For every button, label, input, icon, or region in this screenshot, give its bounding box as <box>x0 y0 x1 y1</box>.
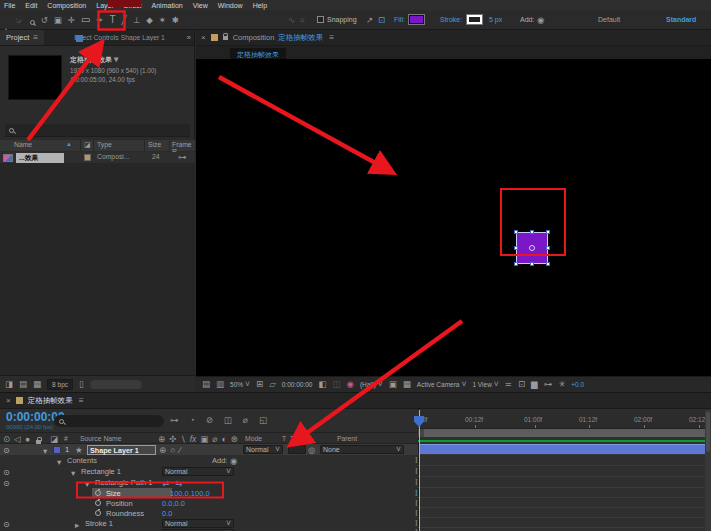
stroke-label[interactable]: Stroke: <box>440 16 462 23</box>
composition-panel-menu-icon[interactable]: ≡ <box>329 33 334 42</box>
eraser-tool-icon[interactable]: ◆ <box>146 16 153 25</box>
layer-mode-dropdown[interactable]: Normal ˅ <box>243 445 283 454</box>
snap-expand-icon[interactable]: ⊡ <box>378 16 385 25</box>
view-layout-dropdown[interactable]: 1 View ˅ <box>472 380 498 389</box>
timeline-panel-menu-icon[interactable]: ≡ <box>79 396 84 405</box>
menu-help[interactable]: Help <box>253 2 267 9</box>
workspace-standard-button[interactable]: Standard <box>666 16 696 23</box>
panel-menu-icon[interactable]: ≡ <box>33 33 38 42</box>
group-row-rectangle-1[interactable]: ⊙ ▾ Rectangle 1 Normal ˅ <box>0 466 418 477</box>
exposure-gear-icon[interactable]: ✳ <box>558 380 565 389</box>
grid-options-icon[interactable]: ⊞ <box>256 380 263 389</box>
menu-animation[interactable]: Animation <box>152 2 183 9</box>
time-ruler[interactable]: 0f 00:12f 01:00f 01:12f 02:00f 02:12f <box>418 410 711 429</box>
layer-row-shape-layer-1[interactable]: ⊙ ▾ 1 ★ Shape Layer 1 ⊕ ○ ∕ Normal ˅ ◎ N… <box>0 444 418 455</box>
parent-dropdown[interactable]: None ˅ <box>320 445 404 454</box>
item-label-swatch[interactable] <box>84 154 91 161</box>
timeline-tab-name[interactable]: 定格抽帧效果 <box>28 396 73 406</box>
group-row-rectangle-path-1[interactable]: ⊙ ▾ Rectangle Path 1 ⇄ ⇆ <box>0 477 418 488</box>
selection-handle[interactable] <box>546 262 550 266</box>
selection-handle[interactable] <box>530 230 534 234</box>
stamp-tool-icon[interactable]: ⊥ <box>133 16 140 25</box>
t-column[interactable]: T <box>282 435 286 442</box>
menu-effect[interactable]: Effect <box>124 2 142 9</box>
selection-handle[interactable] <box>530 262 534 266</box>
hide-shy-icon[interactable]: ⊘ <box>206 416 213 425</box>
item-flowchart-icon[interactable]: ⊶ <box>178 153 187 162</box>
menu-layer[interactable]: Layer <box>96 2 114 9</box>
rectangle-tool-icon[interactable]: ▭ <box>81 15 90 25</box>
comp-region-icon[interactable]: ⊡ <box>518 380 525 389</box>
roto-brush-tool-icon[interactable]: ✶ <box>159 16 166 25</box>
lock-icon[interactable] <box>223 36 228 40</box>
source-name-column[interactable]: Source Name <box>80 435 122 442</box>
selection-handle[interactable] <box>546 230 550 234</box>
rotate-tool-icon[interactable]: ↺ <box>41 16 48 25</box>
stroke-color-swatch[interactable] <box>467 15 482 24</box>
fill-label[interactable]: Fill: <box>394 16 405 23</box>
scrollbar-thumb[interactable] <box>706 412 710 452</box>
share-view-icon[interactable]: ≍ <box>505 380 512 389</box>
workspace-default-button[interactable]: Default <box>598 16 620 23</box>
tab-overflow-icon[interactable]: » <box>187 33 191 42</box>
menu-window[interactable]: Window <box>218 2 243 9</box>
main-monitor-icon[interactable]: ▥ <box>216 380 224 389</box>
comp-info-caret-icon[interactable]: ▾ <box>114 55 118 64</box>
project-item-row[interactable]: ...效果 Composi... 24 ⊶ <box>0 152 195 163</box>
selection-handle[interactable] <box>546 246 550 250</box>
trkmat-dropdown[interactable] <box>288 445 306 454</box>
stroke-width-value[interactable]: 5 px <box>489 16 502 23</box>
transparency-grid-icon[interactable]: ▦ <box>403 380 411 389</box>
selection-handle[interactable] <box>514 246 518 250</box>
composition-panel-label[interactable]: Composition <box>233 33 275 42</box>
close-tab-icon[interactable]: × <box>6 396 11 405</box>
tab-effect-controls[interactable]: Effect Controls Shape Layer 1 <box>74 34 165 41</box>
label-column-icon[interactable]: ◪ <box>84 141 91 148</box>
hand-tool-icon[interactable]: ☞ <box>16 16 24 25</box>
tab-project[interactable]: Project ≡ <box>0 30 44 45</box>
pixel-aspect-icon[interactable]: ▆ <box>531 380 538 389</box>
rectangle-1-blend-dropdown[interactable]: Normal ˅ <box>162 467 234 476</box>
pen-tool-icon[interactable]: ✒ <box>96 16 103 25</box>
column-name[interactable]: Name <box>14 141 32 148</box>
stopwatch-icon[interactable] <box>95 490 101 496</box>
bit-depth-button[interactable]: 8 bpc <box>47 379 73 390</box>
selection-handle[interactable] <box>514 262 518 266</box>
camera-view-dropdown[interactable]: Active Camera ˅ <box>417 380 467 389</box>
interpret-footage-icon[interactable]: ◨ <box>5 380 13 389</box>
timeline-search-input[interactable] <box>54 415 164 427</box>
resolution-dropdown[interactable]: (Half) ˅ <box>360 380 383 389</box>
viewer-timecode[interactable]: 0:00:00:00 <box>282 381 313 388</box>
comp-mini-flowchart-icon[interactable]: ⊶ <box>170 416 179 425</box>
pan-behind-tool-icon[interactable]: ✛ <box>68 16 75 25</box>
menu-view[interactable]: View <box>193 2 208 9</box>
region-of-interest-icon[interactable]: ▣ <box>389 380 397 389</box>
project-search-input[interactable] <box>5 124 190 137</box>
composition-viewport[interactable] <box>196 59 711 376</box>
always-preview-icon[interactable]: ▤ <box>202 380 210 389</box>
close-tab-icon[interactable]: × <box>201 33 206 42</box>
zoom-tool-icon[interactable] <box>30 11 35 29</box>
project-item-name[interactable]: ...效果 <box>16 153 64 163</box>
shape-rectangle[interactable] <box>516 232 548 264</box>
stopwatch-icon[interactable] <box>95 510 101 516</box>
puppet-tool-icon[interactable]: ✱ <box>172 16 179 25</box>
composition-tab-name[interactable]: 定格抽帧效果 <box>278 33 323 43</box>
column-size[interactable]: Size <box>148 141 161 148</box>
sort-arrow-icon[interactable]: ▲ <box>66 141 72 147</box>
snapping-checkbox[interactable] <box>317 16 324 23</box>
guides-icon[interactable]: ▱ <box>269 380 276 389</box>
menu-edit[interactable]: Edit <box>25 2 37 9</box>
motion-blur-icon[interactable]: ⌀ <box>243 416 248 425</box>
menu-file[interactable]: File <box>4 2 15 9</box>
flowchart-icon[interactable]: ⊶ <box>544 380 553 389</box>
snap-options-icon[interactable]: ↗ <box>366 16 373 25</box>
camera-tool-icon[interactable]: ▣ <box>54 16 62 25</box>
selection-tool-icon[interactable] <box>2 11 10 29</box>
draft3d-icon[interactable]: ◔ <box>190 416 195 425</box>
show-channels-icon[interactable]: ◉ <box>347 380 354 389</box>
layer-color-swatch[interactable] <box>53 446 61 454</box>
stroke-1-blend-dropdown[interactable]: Normal ˅ <box>162 519 234 528</box>
column-type[interactable]: Type <box>97 141 112 148</box>
brush-tool-icon[interactable]: ╱ <box>122 16 127 25</box>
